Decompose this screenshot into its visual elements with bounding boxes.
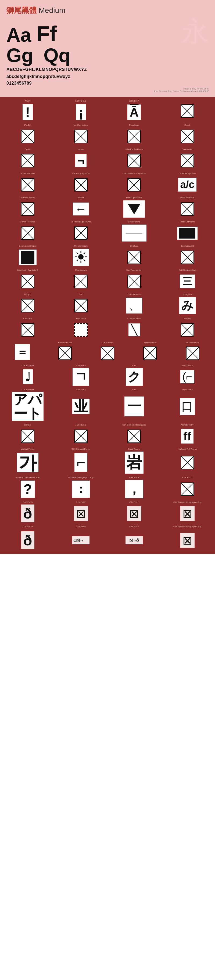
xbox-kangxi	[21, 299, 34, 312]
sym-cjkcompatideo	[127, 427, 141, 445]
sym-smallforms: 岩	[125, 452, 143, 474]
cell-halffull: Half And Full Forms	[161, 446, 214, 475]
cell-row1-4	[161, 98, 214, 122]
label-cjkstrokes: CJK Strokes	[102, 342, 113, 344]
sym-ascii: !	[22, 103, 32, 121]
horiz-dash-char: 一	[124, 396, 144, 417]
sym-enclosed-alpha	[74, 224, 88, 242]
grid-row-5: Number Forms Arrows ← Math Operations Mi…	[1, 195, 214, 219]
label-blockelems: Block Elements	[180, 221, 194, 223]
label-hangul: Hangul	[24, 424, 31, 426]
dashed-box-shape	[74, 323, 88, 337]
box-rect-char: 口	[180, 398, 195, 415]
comma-char: ，	[125, 480, 143, 498]
label-jamo: Jamo	[78, 148, 84, 151]
grid-row-13: CJK Compat アパート CJK Ext A 业 CJK 一 Jamo E…	[1, 387, 214, 422]
sym-cyrillic	[21, 151, 34, 169]
label-row13-4: Jamo Ext A	[182, 388, 193, 391]
label-punctuation: Punctuation	[182, 148, 193, 151]
grid-row-7: Geometric Shapes Misc Symbols	[1, 243, 214, 267]
xbox-diacrit-sym	[127, 178, 141, 191]
xbox-miscmathb	[21, 275, 34, 288]
alphabet-lower: abcdefghijklmnopqrstuvwxyz	[6, 73, 209, 80]
mountain-char: 岩	[125, 452, 143, 474]
sym-cjksymbols: 、	[126, 297, 142, 314]
sym-diacrit-sym	[127, 176, 141, 193]
cell-row13-2: CJK Ext A 业	[54, 387, 107, 422]
label-ascii: ASCII	[25, 100, 31, 102]
grid-row-9: Kangxi CJC CJK Symbols 、 Hiragana み	[1, 291, 214, 316]
grid-row-2: IPA Ext Modifier Letters Diacriticals Gr…	[1, 122, 214, 146]
grid-row-15: Vertical Forms 가 CJK Compat Forms ⌐ Smal…	[1, 446, 214, 475]
last-d-char: ð	[21, 531, 34, 549]
sym-dingbats	[127, 248, 141, 266]
cell-modifier: Modifier Letters	[54, 122, 107, 146]
three-lines-char: 三	[180, 275, 195, 288]
cell-cjkcompat12: CJK Compat ♩	[1, 363, 54, 387]
xbox-enclosedcjk	[186, 347, 199, 360]
cell-arrows: Arrows ←	[54, 195, 107, 219]
sym-cjkradicalsup: 三	[180, 272, 195, 290]
sym-cjk12: ク	[126, 368, 143, 385]
cell-blockelems: Block Elements	[161, 219, 214, 243]
musical-note-char: ♩	[23, 369, 33, 384]
label-miscarrows: Misc Arrows	[75, 269, 86, 272]
sym-jamoexta12: (⌐	[180, 368, 194, 385]
tri-down-container	[123, 200, 145, 218]
grid-row-10: Katakana Bopomofo Compat Jamo ╲ Kanbun	[1, 316, 214, 340]
sym-miscarrows	[74, 272, 88, 290]
cell-letterlike: Letterlike Symbols a/c	[161, 170, 214, 195]
fraction-char: a/c	[178, 178, 197, 191]
sample-chars-row2: Gg Qq	[6, 46, 209, 65]
cell-row13-4: Jamo Ext A 口	[161, 387, 214, 422]
xbox-ipa	[21, 130, 34, 143]
svg-line-7	[84, 253, 85, 254]
sym-modifier	[74, 127, 88, 145]
xbox-cjkcompatideo	[127, 430, 141, 443]
header: 獅尾黑體 Medium Aa Ff 永 Gg Qq ABCDEFGHIJKLMN…	[0, 0, 215, 97]
xbox-punctuation	[181, 154, 194, 167]
xbox-cjkstrokes	[101, 347, 114, 360]
ornate-d-char: ð	[21, 504, 34, 522]
label-mathops: Math Operations	[126, 196, 142, 199]
label-boxdrawing: Box Drawing	[128, 221, 140, 223]
label-enclosedcjk: Enclosed CJK	[186, 342, 199, 344]
cell-hangul: Hangul	[1, 422, 54, 446]
sym-numforms	[21, 200, 34, 218]
ornate-f-char: ⊠	[127, 506, 141, 521]
label-row13-2: CJK Ext A	[76, 388, 86, 391]
sym-cjkextb: ，	[125, 480, 143, 498]
xbox-modifier	[74, 130, 88, 143]
grid-row-14: Hangul Jamo Ext B CJK Compat Ideographs …	[1, 422, 214, 446]
cell-verticalforms: Vertical Forms 가	[1, 446, 54, 475]
sym-geomshapes	[19, 248, 37, 266]
svg-line-5	[76, 253, 78, 254]
label-last-e: CJK Ext E	[76, 525, 86, 528]
slash-small-char: ╲	[129, 323, 140, 336]
xbox-enclosed-alpha	[74, 226, 88, 240]
label-kangxi: Kangxi	[24, 293, 31, 296]
grid-row-12: CJK Compat ♩ CJK Ext A ㄱ CJK ク Jamo Ext …	[1, 363, 214, 387]
kanji-cross-char: 业	[72, 399, 89, 414]
digits: 0123456789	[6, 80, 209, 87]
sym-latinexta: Ā	[127, 103, 140, 121]
label-dingbats: Dingbats	[130, 245, 139, 247]
cell-cjkexta12: CJK Ext A ㄱ	[54, 363, 107, 387]
label-cjkextc: CJK Ext C	[183, 476, 193, 479]
sym-latinextadd	[127, 151, 141, 169]
label-cjkexte: CJK Ext E	[76, 501, 86, 504]
cell-katakana: Katakana	[1, 316, 54, 340]
paren-bracket-char: (⌐	[180, 370, 194, 383]
label-last-sup: CJK Compat Ideographs Sup	[174, 525, 201, 528]
sym-cjkstrokes	[101, 345, 114, 361]
label-jamoexta12: Jamo Ext A	[182, 364, 193, 367]
cell-cjkcompatsup: CJK Compat Ideographs Sup ⊠	[161, 500, 214, 523]
sym-currency	[74, 176, 88, 193]
xbox-numforms	[21, 202, 34, 216]
neg-sign-char: ¬	[75, 154, 86, 167]
grid-row-3: Cyrillic Jamo ¬ Latin Ext Additional Pun…	[1, 146, 214, 170]
label-cjkcompat12: CJK Compat	[21, 364, 33, 367]
sym-bopomofoext	[58, 345, 72, 361]
font-title: 獅尾黑體 Medium	[6, 5, 209, 16]
sample-aa: Aa	[6, 25, 31, 45]
